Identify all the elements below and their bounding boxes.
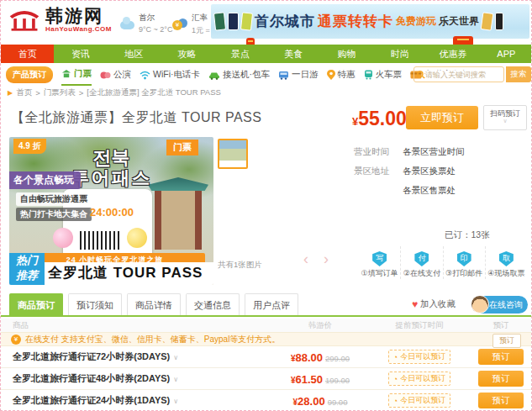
step-pickup-ticket: 取 ④现场取票 bbox=[485, 246, 527, 279]
info-row: 各景区售票处 bbox=[354, 181, 465, 200]
breadcrumb-ticket-list[interactable]: 门票列表 bbox=[44, 87, 76, 98]
tab-bar: 商品预订 预订须知 商品详情 交通信息 用户点评 ♥ 加入收藏 在线咨询 bbox=[1, 293, 532, 317]
breadcrumb-arrow-icon: ▶ bbox=[8, 89, 13, 97]
image-thumbnail[interactable] bbox=[218, 139, 248, 169]
search-button[interactable]: 搜索 bbox=[506, 66, 531, 82]
product-name: 全罗北道旅行通行证24小时券(1DAYS)∨ bbox=[1, 394, 271, 407]
booked-count: 已订：13张 bbox=[445, 229, 490, 241]
sub-nav: 产品预订 门票 公演 WiFi·电话卡 接送机·包车 一日游 特惠 火车票 bbox=[1, 63, 532, 87]
tab-booking[interactable]: 商品预订 bbox=[9, 293, 63, 315]
masks-icon bbox=[100, 71, 111, 80]
breadcrumb-home[interactable]: 首页 bbox=[16, 87, 32, 98]
ad-card-icon bbox=[240, 12, 253, 30]
subnav-item-shows[interactable]: 公演 bbox=[100, 64, 131, 86]
nav-item-attractions[interactable]: 景点 bbox=[213, 45, 266, 63]
search-input[interactable] bbox=[425, 71, 499, 79]
image-line2: 热门打卡地大集合 bbox=[16, 208, 92, 221]
row-book-button[interactable]: 预订 bbox=[478, 393, 524, 408]
tab-transport[interactable]: 交通信息 bbox=[186, 293, 240, 315]
ad-card-icon bbox=[228, 13, 239, 30]
nav-item-guides[interactable]: 攻略 bbox=[161, 45, 213, 63]
image-timer: 24:00:00 bbox=[90, 206, 134, 219]
expand-chevron-icon[interactable]: ∨ bbox=[173, 354, 178, 361]
booking-time-tag: ◔今日可以预订 bbox=[388, 371, 450, 386]
nav-item-food[interactable]: 美食 bbox=[266, 45, 319, 63]
pay-shield-icon: 付 bbox=[414, 251, 429, 266]
mascot-pink-icon bbox=[53, 228, 73, 248]
product-name: 全罗北道旅行通行证48小时券(2DAYS)∨ bbox=[1, 372, 271, 385]
ad-text-2: 通票转转卡 bbox=[318, 12, 393, 31]
top-bar: 韩游网 HanYouWang.COM 首尔 9°C ~ 2°C 汇率 1元 = … bbox=[1, 1, 532, 45]
site-logo[interactable]: 韩游网 HanYouWang.COM bbox=[8, 5, 112, 34]
row-book-button[interactable]: 预订 bbox=[478, 349, 524, 365]
ad-text-1: 首尔城市 bbox=[255, 12, 315, 31]
nav-item-region[interactable]: 地区 bbox=[108, 45, 161, 63]
breadcrumb: ▶ 首页 > 门票列表 > [全北旅游通票] 全罗北道 TOUR PASS bbox=[8, 87, 221, 98]
train-icon bbox=[364, 70, 373, 80]
print-shield-icon: 印 bbox=[457, 251, 471, 266]
logo-text-cn: 韩游网 bbox=[45, 7, 112, 25]
price-cell: ¥88.00299.00 bbox=[271, 350, 370, 365]
online-consult-button[interactable]: 在线咨询 bbox=[472, 296, 528, 314]
image-purple-banner: 各个景点畅玩 bbox=[9, 171, 81, 189]
subnav-item-train[interactable]: 火车票 bbox=[364, 64, 403, 86]
product-image[interactable]: 전북 투어패스 各个景点畅玩 自由畅玩旅游通票 热门打卡地大集合 24:00:0… bbox=[9, 137, 213, 285]
chevron-down-icon: ∨ bbox=[484, 119, 526, 124]
ad-banner[interactable]: 首尔城市 通票转转卡 免费游玩 乐天世界 bbox=[211, 4, 529, 39]
subnav-item-daytour[interactable]: 一日游 bbox=[278, 64, 319, 86]
table-row: 全罗北道旅行通行证48小时券(2DAYS)∨ ¥61.50199.00 ◔今日可… bbox=[1, 368, 532, 390]
subnav-item-deals[interactable]: 特惠 bbox=[327, 64, 356, 86]
table-row: 全罗北道旅行通行证24小时券(1DAYS)∨ ¥28.0099.00 ◔今日可以… bbox=[1, 390, 532, 411]
nav-item-fashion[interactable]: 时尚 bbox=[373, 45, 426, 63]
tab-details[interactable]: 商品详情 bbox=[127, 293, 181, 315]
price-cell: ¥61.50199.00 bbox=[271, 371, 370, 387]
subnav-item-transfer[interactable]: 接送机·包车 bbox=[208, 64, 270, 86]
weather-city: 首尔 bbox=[139, 13, 172, 24]
tab-notes[interactable]: 预订须知 bbox=[68, 293, 122, 315]
booking-time-tag: ◔今日可以预订 bbox=[388, 393, 450, 408]
expand-chevron-icon[interactable]: ∨ bbox=[173, 376, 178, 383]
page-title: 【全北旅游通票】全罗北道 TOUR PASS bbox=[11, 109, 261, 127]
nav-item-app[interactable]: APP bbox=[480, 45, 532, 63]
car-icon bbox=[208, 71, 220, 80]
booking-steps: 写 ①填写订单 付 ②在线支付 印 ③打印邮件 取 ④现场取票 bbox=[359, 246, 527, 279]
prev-image-arrow[interactable]: ‹ bbox=[303, 251, 308, 266]
image-line1: 自由畅玩旅游通票 bbox=[16, 192, 92, 206]
qr-book-button[interactable]: 扫码预订 ∨ bbox=[483, 105, 527, 130]
table-row: 全罗北道旅行通行证72小时券(3DAYS)∨ ¥88.00299.00 ◔今日可… bbox=[1, 346, 532, 368]
temple-icon bbox=[61, 69, 71, 79]
product-booking-tag[interactable]: 产品预订 bbox=[6, 66, 53, 83]
info-row: 营业时间 各景区营业时间 bbox=[354, 142, 465, 161]
photo-count: 共有1张图片 bbox=[218, 260, 262, 271]
coins-icon bbox=[172, 18, 187, 30]
next-image-arrow[interactable]: › bbox=[324, 251, 329, 266]
write-shield-icon: 写 bbox=[372, 251, 387, 266]
product-info: 营业时间 各景区营业时间 景区地址 各景区换票处 各景区售票处 bbox=[354, 142, 465, 200]
pickup-shield-icon: 取 bbox=[499, 251, 514, 266]
subnav-item-wifi[interactable]: WiFi·电话卡 bbox=[140, 64, 200, 86]
subnav-item-tickets[interactable]: 门票 bbox=[61, 64, 92, 86]
ticket-type-badge: 门票 bbox=[166, 140, 198, 155]
discount-badge: 4.9 折 bbox=[13, 139, 46, 154]
price-cell: ¥28.0099.00 bbox=[271, 393, 370, 408]
tab-reviews[interactable]: 用户点评 bbox=[245, 293, 298, 315]
heart-icon: ♥ bbox=[412, 298, 418, 310]
expand-chevron-icon[interactable]: ∨ bbox=[173, 398, 178, 405]
nav-item-coupons[interactable]: 优惠券 bbox=[426, 45, 479, 63]
step-fill-order: 写 ①填写订单 bbox=[359, 246, 400, 279]
wifi-icon bbox=[140, 71, 150, 80]
nav-item-news[interactable]: 资讯 bbox=[54, 45, 107, 63]
nav-item-home[interactable]: 首页 bbox=[1, 45, 54, 63]
book-now-button[interactable]: 立即预订 bbox=[406, 106, 478, 129]
table-header: 商品 韩游价 提前预订时间 预订 bbox=[1, 319, 532, 332]
row-book-button[interactable]: 预订 bbox=[478, 371, 524, 387]
pay-coin-icon: ¥ bbox=[11, 335, 21, 345]
nav-item-shopping[interactable]: 购物 bbox=[320, 45, 373, 63]
add-favorite-button[interactable]: ♥ 加入收藏 bbox=[412, 298, 456, 310]
ad-text-3: 免费游玩 bbox=[396, 14, 436, 29]
cloud-sun-icon bbox=[120, 21, 134, 29]
clock-icon: ◔ bbox=[393, 353, 398, 361]
bus-icon bbox=[278, 71, 289, 80]
booking-time-tag: ◔今日可以预订 bbox=[388, 350, 450, 364]
weather-widget: 首尔 9°C ~ 2°C bbox=[120, 13, 172, 34]
